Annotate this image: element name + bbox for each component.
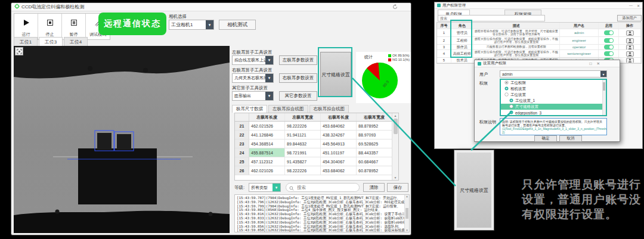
table-cell[interactable]: 453.684062: [321, 166, 357, 175]
perm-scrollbar[interactable]: [602, 80, 606, 115]
table-cell[interactable]: 60.684667: [357, 157, 392, 166]
remote-comm-status-button[interactable]: 远程通信状态: [98, 13, 166, 35]
ok-button[interactable]: 确定: [534, 135, 557, 142]
user-row[interactable]: 1管理员拥有所有操作权限，可进行参数设置、用户管理、尺寸规格设置等全部操作，适用…: [437, 29, 641, 37]
table-cell[interactable]: 91.435827: [285, 157, 321, 166]
user-search-input[interactable]: [438, 16, 544, 21]
table-row[interactable]: 23454.36851489.844632445.56491369.528625: [235, 139, 398, 148]
scroll-down-icon[interactable]: ▼: [394, 176, 397, 179]
scroll-down-icon[interactable]: ▼: [405, 229, 408, 232]
table-row[interactable]: 24455.88751498.721991451.10119788.443357: [235, 148, 398, 157]
table-cell[interactable]: 462.021526: [249, 122, 285, 130]
table-row[interactable]: 25457.11231291.435827454.30406760.684667: [235, 157, 398, 166]
table-cell[interactable]: 454.368514: [249, 139, 285, 148]
user-settings-button[interactable]: [626, 38, 634, 44]
user-row[interactable]: 2工程师拥有大部分操作权限，可进行参数设置、相机设置等操作，不能进行用户管理，部…: [437, 37, 641, 45]
table-cell[interactable]: 451.101197: [321, 148, 357, 157]
table-cell[interactable]: 88.97093: [357, 131, 392, 139]
scroll-up-icon[interactable]: ▲: [394, 114, 397, 117]
table-cell[interactable]: 69.528625: [357, 139, 392, 148]
pause-button[interactable]: 暂停: [62, 14, 86, 39]
table-cell[interactable]: 60.878952: [357, 166, 392, 175]
permission-item[interactable]: 工位设置_1: [501, 98, 606, 104]
table-cell[interactable]: 88.443357: [357, 148, 392, 157]
log-search-input[interactable]: [296, 184, 349, 191]
table-cell[interactable]: 89.844632: [285, 139, 321, 148]
table-row[interactable]: 26462.02102698.222226453.68406260.878952: [235, 166, 398, 175]
table-cell[interactable]: 455.887514: [249, 148, 285, 157]
scroll-thumb[interactable]: [394, 119, 398, 134]
stop-button[interactable]: 停止: [38, 14, 62, 39]
size-spec-settings-button[interactable]: 尺寸规格设置: [320, 52, 351, 97]
close-icon[interactable]: ✕: [597, 61, 600, 66]
table-cell[interactable]: 91.941121: [285, 131, 321, 139]
table-cell[interactable]: 457.112312: [249, 157, 285, 166]
chevron-down-icon: ▾: [265, 92, 273, 100]
enable-toggle[interactable]: [604, 51, 614, 56]
param-settings-button[interactable]: 其它参数设置: [279, 91, 317, 101]
camera-image-view[interactable]: [14, 46, 230, 233]
add-user-button[interactable]: 添加用户: [617, 15, 642, 21]
param-settings-button[interactable]: 左极耳参数设置: [279, 55, 317, 65]
permission-item[interactable]: 相机设置: [501, 86, 606, 92]
refresh-icon[interactable]: [392, 4, 398, 11]
data-tab-3[interactable]: 右极耳拟合线图: [309, 105, 349, 113]
table-cell[interactable]: 88.878952: [357, 122, 392, 130]
table-cell[interactable]: 98.222226: [285, 166, 321, 175]
table-cell[interactable]: 462.021026: [249, 166, 285, 175]
table-row[interactable]: 22441.12684691.941121438.32426788.97093: [235, 131, 398, 139]
table-cell[interactable]: 438.324267: [321, 131, 357, 139]
table-cell[interactable]: 441.126846: [249, 131, 285, 139]
maximize-icon[interactable]: □: [590, 61, 592, 66]
fit-view-button[interactable]: [15, 47, 23, 55]
main-titlebar[interactable]: CCD电池定位纠偏和极柱检测: [11, 3, 411, 11]
user-row[interactable]: 3操作员只能查看运行界面和检测数据，没有设置权限operator: [437, 45, 641, 50]
enable-toggle[interactable]: [604, 45, 614, 49]
table-cell[interactable]: 98.222226: [285, 122, 321, 130]
param-settings-button[interactable]: 右极耳参数设置: [279, 73, 317, 83]
permission-item[interactable]: 工位权限: [501, 80, 606, 86]
camera-test-button[interactable]: 相机测试: [219, 20, 256, 30]
user-settings-button[interactable]: [626, 30, 634, 36]
table-cell[interactable]: 445.564913: [321, 139, 357, 148]
user-settings-button[interactable]: [626, 45, 634, 49]
user-settings-button[interactable]: [626, 58, 634, 63]
data-tab-2[interactable]: 左极耳拟合线图: [268, 105, 308, 113]
save-logs-button[interactable]: 保存: [387, 183, 408, 192]
scroll-thumb[interactable]: [405, 208, 408, 219]
user-settings-button[interactable]: [626, 51, 634, 57]
table-cell[interactable]: 454.304067: [321, 157, 357, 166]
table-cell[interactable]: 453.684062: [321, 122, 357, 130]
data-tab-1[interactable]: 极耳尺寸数据: [232, 105, 267, 113]
dialog-titlebar[interactable]: 设置用户权限 □✕: [475, 60, 620, 67]
run-button[interactable]: 运行: [14, 14, 38, 39]
station-tab-3[interactable]: 工位4: [64, 37, 88, 46]
close-icon[interactable]: ✕: [637, 4, 640, 8]
tool-dropdown[interactable]: 几何关系右极耳间距&夹角▾: [232, 73, 274, 83]
clear-logs-button[interactable]: 清除: [363, 183, 385, 192]
permission-item[interactable]: edgeposition_3: [501, 110, 606, 116]
scroll-up-icon[interactable]: ▲: [405, 195, 408, 198]
log-scrollbar[interactable]: ▲▼: [404, 195, 409, 232]
enable-toggle[interactable]: [604, 38, 614, 43]
user-window-titlebar[interactable]: 用户权限管理 —✕: [435, 2, 642, 9]
camera-select-dropdown[interactable]: 工业相机1 ▾: [169, 20, 214, 30]
permission-item[interactable]: 工位设置: [501, 92, 606, 98]
enable-toggle[interactable]: [604, 30, 614, 35]
minimize-icon[interactable]: —: [629, 4, 633, 8]
cancel-button[interactable]: 取消: [559, 135, 582, 142]
user-row[interactable]: 4高级工程师拥有大部分操作权限，可进行参数设置、相机设置等操作，不能进行用户管理…: [437, 50, 641, 58]
table-cell[interactable]: 98.721991: [285, 148, 321, 157]
table-row[interactable]: 21462.02152698.222226453.68406288.878952: [235, 122, 398, 131]
scroll-thumb[interactable]: [603, 82, 605, 91]
dialog-user-dropdown[interactable]: admin ▾: [500, 70, 607, 77]
tool-dropdown[interactable]: 拟合线左极耳上边▾: [232, 55, 274, 65]
table-scrollbar[interactable]: ▲▼: [392, 113, 398, 180]
station-tab-2[interactable]: 工位3: [39, 37, 63, 46]
station-tab-1[interactable]: 工位1: [14, 37, 38, 46]
permission-item[interactable]: 尺寸规格设置: [501, 104, 606, 110]
tool-dropdown[interactable]: 图形输出▾: [232, 91, 274, 101]
log-panel[interactable]: [15:43:59.787](7904)DebugInfo: 工位1视觉处理_M…: [234, 194, 410, 232]
user-search-box: [438, 15, 545, 21]
log-level-dropdown[interactable]: 所有类型 ▾: [249, 183, 281, 192]
